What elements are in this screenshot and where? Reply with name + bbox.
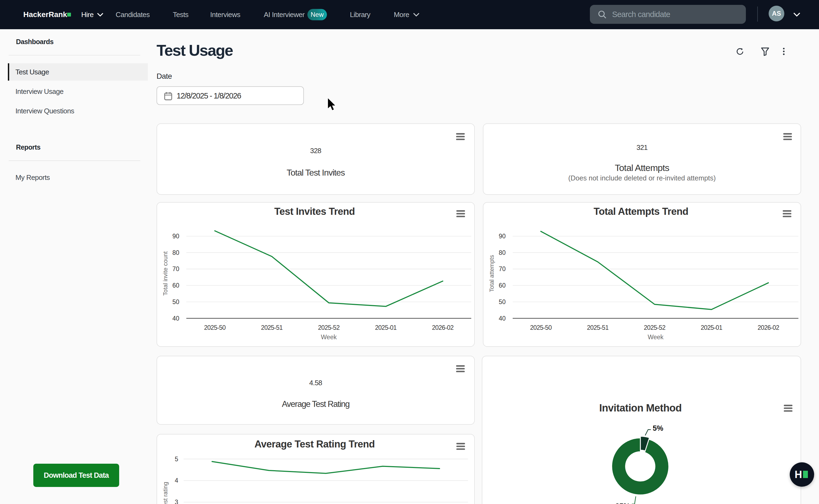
svg-text:Invitation Method: Invitation Method [599, 402, 682, 414]
svg-text:2025-01: 2025-01 [701, 324, 722, 331]
svg-text:50: 50 [499, 298, 506, 305]
svg-text:2026-02: 2026-02 [432, 324, 454, 331]
svg-text:70: 70 [172, 265, 179, 272]
svg-text:90: 90 [499, 233, 506, 240]
svg-text:5: 5 [175, 456, 178, 463]
svg-text:Average Test Rating Trend: Average Test Rating Trend [254, 439, 375, 450]
svg-text:60: 60 [172, 282, 179, 289]
svg-text:2025-51: 2025-51 [587, 324, 608, 331]
svg-text:50: 50 [172, 298, 179, 305]
svg-text:80: 80 [172, 249, 179, 256]
svg-text:2025-51: 2025-51 [261, 324, 283, 331]
svg-text:2025-50: 2025-50 [530, 324, 552, 331]
svg-text:4: 4 [175, 477, 178, 484]
svg-text:90: 90 [172, 233, 179, 240]
svg-text:Total attempts: Total attempts [488, 255, 495, 292]
svg-text:95%: 95% [615, 502, 630, 504]
svg-text:3: 3 [175, 499, 178, 504]
svg-text:Average test rating: Average test rating [162, 482, 169, 504]
svg-text:80: 80 [499, 249, 506, 256]
svg-text:70: 70 [499, 265, 506, 272]
svg-text:60: 60 [499, 282, 506, 289]
svg-text:2025-01: 2025-01 [375, 324, 397, 331]
svg-text:5%: 5% [653, 424, 663, 432]
svg-text:40: 40 [172, 315, 179, 322]
svg-text:Total invite count: Total invite count [162, 251, 169, 296]
svg-text:2025-52: 2025-52 [644, 324, 666, 331]
svg-text:2025-50: 2025-50 [204, 324, 226, 331]
svg-text:2026-02: 2026-02 [758, 324, 779, 331]
svg-text:Test Invites Trend: Test Invites Trend [274, 206, 355, 217]
svg-text:Week: Week [321, 334, 337, 341]
svg-text:Total Attempts Trend: Total Attempts Trend [594, 206, 689, 217]
svg-text:2025-52: 2025-52 [318, 324, 340, 331]
svg-text:40: 40 [499, 315, 506, 322]
svg-text:Week: Week [648, 334, 664, 341]
